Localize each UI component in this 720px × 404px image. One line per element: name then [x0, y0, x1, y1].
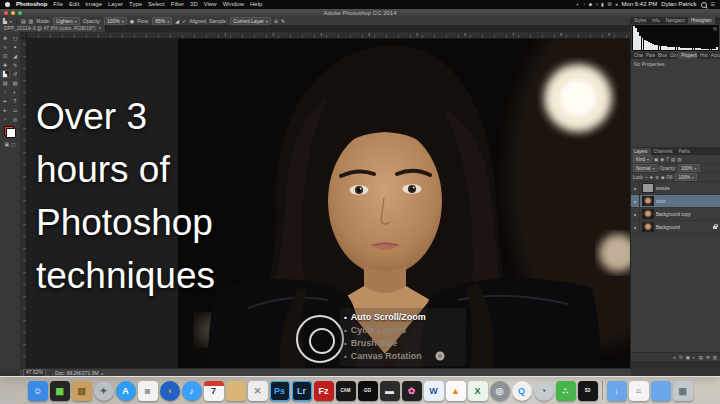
filter-icon-0[interactable]: ▣: [654, 157, 658, 162]
tab-para[interactable]: Para: [643, 52, 655, 59]
tool-eraser-tool[interactable]: ▨: [1, 79, 10, 87]
canvas-area[interactable]: 123456789 Over 3 hours of Photoshop tech…: [20, 32, 631, 369]
dock-trash[interactable]: ▦: [673, 381, 693, 401]
tab-properties[interactable]: Properties: [678, 52, 697, 59]
dock-gopro[interactable]: GO: [358, 381, 378, 401]
menu-help[interactable]: Help: [250, 0, 262, 9]
tool-marquee-tool[interactable]: ◻: [11, 34, 20, 42]
menu-photoshop[interactable]: Photoshop: [16, 0, 47, 9]
toolbar-mode-icon-1[interactable]: ◻: [11, 141, 15, 147]
menu-window[interactable]: Window: [223, 0, 244, 9]
dock-utility[interactable]: ✕: [248, 381, 268, 401]
brush-panel-toggle-icon[interactable]: ▤: [21, 18, 26, 24]
tool-type-tool[interactable]: T: [11, 97, 20, 105]
filter-kind-select[interactable]: Kind▾: [633, 155, 652, 163]
vertical-ruler[interactable]: [20, 38, 27, 369]
tab-clon[interactable]: Clon: [667, 52, 679, 59]
dock-word[interactable]: W: [424, 381, 444, 401]
flow-select[interactable]: 65%▾: [152, 17, 172, 25]
status-menu-arrow-icon[interactable]: ▸: [102, 371, 104, 376]
layer-row-color[interactable]: ●color: [631, 195, 720, 208]
layer-opacity-select[interactable]: 100%▾: [678, 164, 700, 172]
tool-gradient-tool[interactable]: ▧: [11, 79, 20, 87]
lock-icon-1[interactable]: ✚: [649, 175, 653, 180]
dock-itunes[interactable]: ♪: [182, 381, 202, 401]
tool-lasso-tool[interactable]: ∿: [1, 43, 10, 51]
spotlight-icon[interactable]: [701, 2, 707, 8]
dock-sharing[interactable]: ∴: [556, 381, 576, 401]
tool-clone-stamp-tool[interactable]: ▙: [1, 70, 10, 78]
layer-row-background-copy[interactable]: ●Background copy: [631, 208, 720, 221]
menu-view[interactable]: View: [204, 0, 217, 9]
tool-eyedropper-tool[interactable]: ◢: [11, 52, 20, 60]
lock-icon-2[interactable]: ⊕: [655, 175, 659, 180]
tool-magic-wand-tool[interactable]: ✦: [11, 43, 20, 51]
tool-dodge-tool[interactable]: ◐: [11, 88, 20, 96]
dock-final-cut[interactable]: ▬: [380, 381, 400, 401]
menu-filter[interactable]: Filter: [171, 0, 184, 9]
dock-downloads-folder[interactable]: ↓: [607, 381, 627, 401]
wifi-icon[interactable]: ≈: [595, 0, 598, 9]
dock-screenflow[interactable]: ◎: [490, 381, 510, 401]
sample-select[interactable]: Current Layer▾: [230, 17, 271, 25]
user-menu[interactable]: Dylan Patrick: [661, 0, 696, 9]
preset-caret-icon[interactable]: ▾: [10, 19, 12, 24]
histogram-refresh-icon[interactable]: ▤: [713, 26, 717, 31]
dock-camranger[interactable]: CAM: [336, 381, 356, 401]
apple-menu-icon[interactable]: [5, 2, 10, 7]
tool-pen-tool[interactable]: ✒: [1, 97, 10, 105]
layer-row-background[interactable]: ●Background: [631, 221, 720, 234]
filter-icon-3[interactable]: ▤: [671, 157, 675, 162]
clock[interactable]: Mon 6:42 PM: [621, 0, 657, 9]
dock-excel[interactable]: X: [468, 381, 488, 401]
lock-icon-0[interactable]: ▪: [646, 175, 648, 180]
dock-app-store[interactable]: A: [116, 381, 136, 401]
visibility-toggle[interactable]: ●: [631, 221, 640, 233]
aligned-checkbox[interactable]: ✓: [182, 18, 186, 24]
keyboard-icon[interactable]: ⌘: [607, 0, 612, 9]
tab-styles[interactable]: Styles: [631, 17, 649, 24]
mode-select[interactable]: Lighten▾: [53, 17, 79, 25]
tab-navigator[interactable]: Navigator: [663, 17, 688, 24]
menu-layer[interactable]: Layer: [108, 0, 123, 9]
notification-center-icon[interactable]: ☰: [711, 0, 715, 9]
layer-group-icon[interactable]: ▤: [699, 355, 703, 360]
dock-s3[interactable]: S3: [578, 381, 598, 401]
tool-shape-tool[interactable]: ▭: [11, 106, 20, 114]
battery-icon[interactable]: ▮: [601, 0, 604, 9]
document-tab[interactable]: DPP_2011A-3 @ 47.6% (color, RGB/16*) ×: [0, 25, 106, 32]
adjustment-layer-icon[interactable]: ◐: [693, 355, 696, 360]
dock-resolve[interactable]: ✿: [402, 381, 422, 401]
ignore-adjustment-icon[interactable]: ⊘: [274, 18, 278, 24]
tab-char[interactable]: Char: [631, 52, 643, 59]
new-layer-icon[interactable]: ⊞: [706, 355, 710, 360]
tab-paths[interactable]: Paths: [676, 148, 694, 155]
dock-blue-folder[interactable]: [651, 381, 671, 401]
tab-channels[interactable]: Channels: [651, 148, 676, 155]
dock-calendar[interactable]: 7: [204, 381, 224, 401]
layer-mask-icon[interactable]: ▣: [686, 355, 690, 360]
sync-icon[interactable]: ◔: [583, 0, 586, 9]
menu-image[interactable]: Image: [85, 0, 102, 9]
tab-hist[interactable]: Hist: [697, 52, 708, 59]
dock-filezilla[interactable]: Fz: [314, 381, 334, 401]
bluetooth-icon[interactable]: ◆: [589, 0, 593, 9]
tool-move-tool[interactable]: ✥: [1, 34, 10, 42]
tablet-pressure-icon[interactable]: ✎: [281, 18, 285, 24]
dock-folder[interactable]: [226, 381, 246, 401]
menu-select[interactable]: Select: [148, 0, 165, 9]
layer-row-texture[interactable]: ●texture: [631, 182, 720, 195]
dock-quicktime[interactable]: Q: [512, 381, 532, 401]
menu-3d[interactable]: 3D: [190, 0, 198, 9]
pen-pressure-icon[interactable]: ◉: [130, 18, 134, 24]
tool-hand-tool[interactable]: ☞: [1, 115, 10, 123]
close-tab-icon[interactable]: ×: [98, 25, 101, 32]
tool-brush-tool[interactable]: ✎: [11, 61, 20, 69]
tool-zoom-tool[interactable]: ◎: [11, 115, 20, 123]
link-layers-icon[interactable]: ∞: [673, 355, 676, 360]
visibility-toggle[interactable]: ●: [631, 195, 640, 207]
background-color-swatch[interactable]: [6, 128, 16, 138]
dock-firefox[interactable]: ◖: [160, 381, 180, 401]
dock-finder[interactable]: ☺: [28, 381, 48, 401]
blend-mode-select[interactable]: Normal▾: [633, 164, 658, 172]
